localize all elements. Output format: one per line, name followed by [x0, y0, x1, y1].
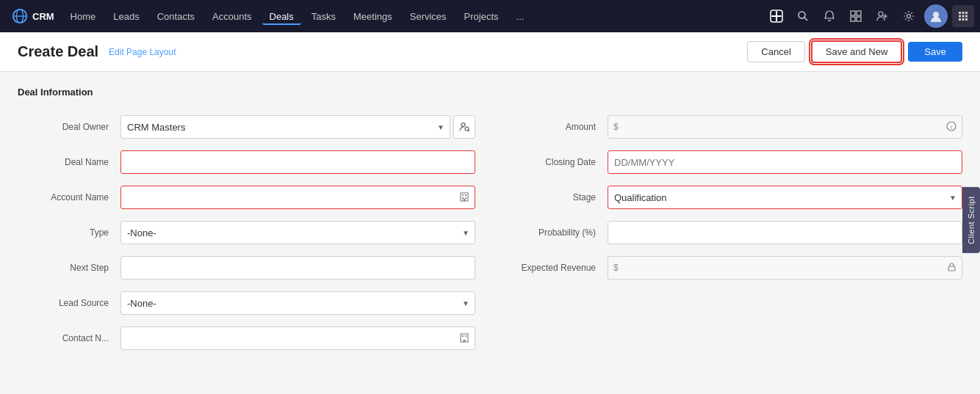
- form-right-column: Amount $ i Closi: [505, 115, 962, 362]
- deal-owner-select[interactable]: CRM Masters: [120, 115, 450, 139]
- svg-point-24: [461, 123, 465, 127]
- contacts-icon: [876, 10, 888, 22]
- save-and-new-button[interactable]: Save and New: [811, 40, 903, 63]
- svg-point-13: [907, 15, 911, 18]
- svg-point-25: [465, 127, 469, 131]
- client-script-tab[interactable]: Client Script: [962, 187, 980, 253]
- search-button[interactable]: [792, 5, 814, 27]
- type-label: Type: [18, 227, 120, 238]
- next-step-label: Next Step: [18, 263, 120, 273]
- nav-leads[interactable]: Leads: [106, 8, 146, 25]
- svg-rect-8: [851, 11, 855, 15]
- nav-contacts[interactable]: Contacts: [150, 8, 202, 25]
- top-navigation: CRM Home Leads Contacts Accounts Deals T…: [0, 0, 980, 32]
- calendar-view-button[interactable]: [845, 5, 867, 27]
- stage-field: Qualification Needs Analysis Value Propo…: [608, 186, 962, 209]
- svg-rect-21: [959, 18, 961, 21]
- account-name-wrapper: [120, 186, 475, 209]
- expected-revenue-label: Expected Revenue: [505, 263, 608, 273]
- settings-button[interactable]: [898, 5, 920, 27]
- owner-select-wrapper: CRM Masters ▼: [120, 115, 450, 139]
- nav-accounts[interactable]: Accounts: [205, 8, 259, 25]
- type-field: -None- Existing Business New Business ▼: [120, 221, 475, 244]
- stage-select[interactable]: Qualification Needs Analysis Value Propo…: [608, 186, 962, 209]
- lock-svg-icon: [947, 262, 956, 271]
- svg-rect-16: [962, 12, 965, 14]
- lead-source-row: Lead Source -None- Cold Call Web Referra…: [18, 291, 475, 315]
- deal-name-input[interactable]: [120, 150, 475, 174]
- nav-meetings[interactable]: Meetings: [346, 8, 400, 25]
- account-name-field: [120, 186, 475, 209]
- contact-name-field: [120, 326, 475, 350]
- expected-revenue-row: Expected Revenue $: [505, 256, 962, 280]
- svg-point-14: [933, 12, 939, 18]
- deal-owner-field: CRM Masters ▼: [120, 115, 475, 139]
- app-logo[interactable]: CRM: [6, 8, 60, 24]
- probability-input[interactable]: 10: [608, 221, 962, 244]
- svg-rect-11: [857, 17, 861, 21]
- nav-home[interactable]: Home: [63, 8, 104, 25]
- svg-rect-23: [965, 18, 968, 21]
- nav-tasks[interactable]: Tasks: [304, 8, 343, 25]
- expected-revenue-field: $: [608, 256, 962, 280]
- closing-date-field: [608, 150, 962, 174]
- contact-name-label: Contact N...: [18, 333, 120, 343]
- notifications-button[interactable]: [818, 5, 840, 27]
- svg-rect-17: [965, 12, 968, 14]
- svg-rect-15: [959, 12, 961, 14]
- form-grid: Deal Owner CRM Masters ▼: [18, 115, 962, 362]
- cancel-button[interactable]: Cancel: [747, 41, 804, 62]
- svg-rect-4: [771, 15, 782, 17]
- contact-lookup-icon[interactable]: [459, 332, 469, 345]
- calendar-view-icon: [850, 10, 862, 22]
- avatar-icon: [929, 9, 943, 23]
- amount-input[interactable]: [608, 115, 962, 139]
- svg-line-7: [804, 18, 807, 21]
- closing-date-input[interactable]: [608, 150, 962, 174]
- info-icon: i: [946, 121, 956, 131]
- contact-name-row: Contact N...: [18, 326, 475, 350]
- contacts-button[interactable]: [871, 5, 893, 27]
- user-avatar[interactable]: [924, 4, 948, 28]
- expected-revenue-wrapper: $: [608, 256, 962, 280]
- nav-more[interactable]: ...: [509, 8, 532, 25]
- nav-services[interactable]: Services: [403, 8, 454, 25]
- next-step-input[interactable]: [120, 256, 475, 280]
- amount-info-icon[interactable]: i: [946, 121, 956, 134]
- svg-point-12: [879, 12, 883, 16]
- svg-rect-19: [962, 15, 965, 18]
- svg-rect-34: [462, 335, 464, 337]
- account-name-label: Account Name: [18, 192, 120, 203]
- closing-date-row: Closing Date: [505, 150, 962, 174]
- deal-owner-row: Deal Owner CRM Masters ▼: [18, 115, 475, 139]
- add-button[interactable]: [765, 5, 788, 27]
- owner-wrapper: CRM Masters ▼: [120, 115, 475, 139]
- account-lookup-icon[interactable]: [459, 191, 469, 204]
- amount-label: Amount: [505, 122, 608, 132]
- lead-source-select-wrapper: -None- Cold Call Web Referral ▼: [120, 291, 475, 315]
- nav-deals[interactable]: Deals: [262, 8, 301, 25]
- expected-revenue-input[interactable]: [608, 256, 962, 280]
- svg-line-26: [469, 131, 470, 132]
- svg-rect-10: [851, 17, 855, 21]
- apps-grid-button[interactable]: [952, 5, 974, 27]
- lookup-owner-button[interactable]: [453, 115, 475, 139]
- dollar-icon-amount: $: [613, 122, 619, 132]
- stage-label: Stage: [505, 192, 608, 203]
- owner-select-wrap: CRM Masters ▼: [120, 115, 450, 139]
- header-actions: Cancel Save and New Save: [747, 40, 962, 63]
- svg-rect-20: [965, 15, 968, 18]
- topnav-actions: [765, 4, 974, 28]
- save-button[interactable]: Save: [908, 42, 962, 62]
- type-select[interactable]: -None- Existing Business New Business: [120, 221, 475, 244]
- edit-layout-link[interactable]: Edit Page Layout: [109, 47, 176, 57]
- dollar-icon-expected: $: [613, 263, 619, 273]
- amount-wrapper: $ i: [608, 115, 962, 139]
- lead-source-select[interactable]: -None- Cold Call Web Referral: [120, 291, 475, 315]
- contact-name-input[interactable]: [120, 326, 475, 350]
- nav-projects[interactable]: Projects: [457, 8, 506, 25]
- svg-rect-29: [465, 194, 466, 196]
- account-name-input[interactable]: [120, 186, 475, 209]
- plus-icon: [770, 10, 783, 23]
- search-icon: [797, 10, 809, 22]
